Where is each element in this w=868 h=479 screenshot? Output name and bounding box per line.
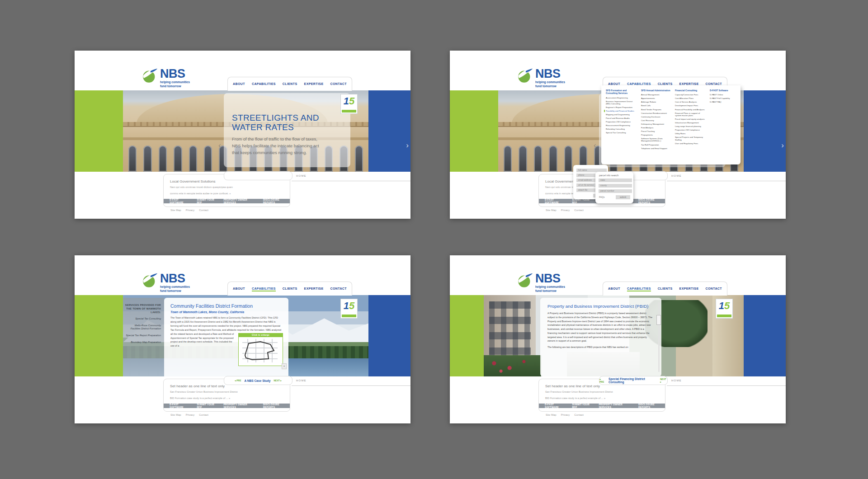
menu-item[interactable]: Mapping and Diagramming	[606, 113, 637, 116]
menu-item[interactable]: Proposition 218 Compliance	[606, 121, 637, 123]
footer-dfast-software[interactable]: D-FAST SOFTWARE	[170, 403, 191, 409]
menu-item[interactable]: Cost of Service Analyses	[675, 101, 707, 103]
menu-item[interactable]: Cost Recovery	[641, 119, 673, 122]
breadcrumb-home[interactable]: HOME	[667, 173, 786, 181]
nav-contact[interactable]: CONTACT	[330, 82, 347, 85]
footer-submit-rfp[interactable]: SUBMIT YOUR RFP	[572, 403, 593, 409]
menu-item[interactable]: Parcel Tracking	[641, 130, 673, 132]
nav-capabilities[interactable]: CAPABILITIES	[252, 287, 276, 291]
section-text-line[interactable]: commo eria in earupta testia audae re po…	[170, 192, 290, 196]
menu-item[interactable]: Assessment Engineering	[606, 97, 637, 99]
footer-dfast-software[interactable]: D-FAST SOFTWARE	[170, 198, 191, 204]
nav-contact[interactable]: CONTACT	[330, 287, 347, 291]
menu-item[interactable]: Software Systems (Data Management/GIS/et…	[641, 137, 673, 142]
nav-expertise[interactable]: EXPERTISE	[679, 287, 699, 291]
footer-dfast-software[interactable]: D-FAST SOFTWARE	[545, 198, 566, 204]
menu-item-highlighted[interactable]: Feasibility and Financial Studies	[604, 110, 637, 112]
link-site-map[interactable]: Site Map	[546, 413, 557, 416]
carousel-next-icon[interactable]: ›	[781, 141, 784, 150]
menu-item[interactable]: D-FAST Online	[710, 94, 737, 96]
faqs-link[interactable]: FAQs	[599, 196, 605, 198]
menu-item[interactable]: User and Regulatory Fees	[675, 142, 707, 145]
menu-item[interactable]: Annual Management	[641, 94, 673, 96]
sidebar-item[interactable]: Special Tax Consulting	[125, 317, 161, 321]
menu-item[interactable]: Engineer's Report Preparation	[606, 106, 637, 108]
link-privacy[interactable]: Privacy	[561, 413, 570, 416]
pagination-prev[interactable]: ◂ PRE	[235, 379, 241, 382]
nbs-logo[interactable]: NBS helping communitiesfund tomorrow	[142, 68, 190, 88]
menu-item[interactable]: Apportionments	[641, 97, 673, 99]
link-contact[interactable]: Contact	[574, 413, 584, 416]
footer-property-owner-services[interactable]: PROPERTY OWNER SERVICES	[223, 198, 257, 204]
menu-item[interactable]: Tax Roll Preparation	[641, 144, 673, 146]
footer-disclosure-reports[interactable]: DISCLOSURE REPORTS	[263, 198, 290, 204]
link-site-map[interactable]: Site Map	[546, 209, 557, 211]
footer-property-owner-services[interactable]: PROPERTY OWNER SERVICES	[223, 403, 257, 409]
carousel-prev-icon[interactable]: ‹	[594, 141, 596, 150]
nav-contact[interactable]: CONTACT	[705, 287, 722, 291]
footer-disclosure-reports[interactable]: DISCLOSURE REPORTS	[638, 198, 665, 204]
section-text-line[interactable]: San Francisco Greater Union Business Imp…	[545, 390, 665, 394]
nav-expertise[interactable]: EXPERTISE	[304, 82, 324, 85]
nav-about[interactable]: ABOUT	[233, 82, 245, 85]
footer-submit-rfp[interactable]: SUBMIT YOUR RFP	[197, 403, 218, 409]
nbs-logo[interactable]: NBS helping communitiesfund tomorrow	[517, 68, 565, 88]
menu-item[interactable]: Arbitrage Rebate	[641, 101, 673, 103]
section-text-line[interactable]: BID Formation case study is a perfect ex…	[545, 396, 665, 401]
nav-about[interactable]: ABOUT	[608, 287, 620, 291]
menu-item[interactable]: Delinquency Management	[641, 123, 673, 125]
footer-disclosure-reports[interactable]: DISCLOSURE REPORTS	[638, 403, 665, 409]
menu-item[interactable]: Parcel and Revenue Audits	[606, 117, 637, 119]
parcel-submit-button[interactable]: submit	[616, 195, 630, 199]
footer-submit-rfp[interactable]: SUBMIT YOUR RFP	[197, 198, 218, 204]
menu-item[interactable]: Cost Allocation Plans	[675, 97, 707, 99]
footer-property-owner-services[interactable]: PROPERTY OWNER SERVICES	[599, 403, 632, 409]
section-text-line[interactable]: San Francisco Greater Union Business Imp…	[170, 390, 290, 394]
footer-disclosure-reports[interactable]: DISCLOSURE REPORTS	[263, 403, 290, 409]
state-field[interactable]: state	[599, 178, 632, 182]
section-text-line[interactable]: BID Formation case study is a perfect ex…	[170, 396, 290, 401]
nav-clients[interactable]: CLIENTS	[658, 287, 673, 291]
breadcrumb-home[interactable]: HOME	[292, 173, 410, 181]
menu-item[interactable]: Infrastructure Management	[675, 122, 707, 124]
menu-item[interactable]: Construction Reimbursement	[641, 112, 673, 114]
nbs-logo[interactable]: NBS helping communitiesfund tomorrow	[142, 272, 190, 293]
menu-item[interactable]: Proposition 218 Compliance	[675, 129, 707, 131]
link-contact[interactable]: Contact	[574, 209, 584, 211]
menu-item[interactable]: Capacity/Connection Fees	[675, 94, 707, 96]
menu-item[interactable]: Reassessment Engineering	[606, 124, 637, 127]
county-field[interactable]: county	[599, 184, 632, 188]
menu-item[interactable]: Telephone and Email Support	[641, 147, 673, 150]
panel-scrollbar-thumb[interactable]	[656, 315, 661, 325]
menu-item[interactable]: Bond Calls	[641, 104, 673, 107]
district-map-thumbnail[interactable]: Click to enlarge	[238, 333, 283, 366]
sidebar-item[interactable]: Mello-Roos Community Facilities District…	[125, 324, 161, 331]
nav-capabilities[interactable]: CAPABILITIES	[252, 82, 276, 85]
menu-item[interactable]: D-FAST FAQ	[710, 101, 737, 103]
nbs-logo[interactable]: NBS helping communitiesfund tomorrow	[517, 272, 565, 293]
menu-item[interactable]: Continuing Disclosure	[641, 116, 673, 118]
sidebar-item[interactable]: Boundary Map Preparation	[125, 341, 161, 344]
breadcrumb-home[interactable]: HOME	[292, 377, 410, 386]
menu-item[interactable]: D-FAST Full Capability	[710, 97, 737, 99]
menu-item[interactable]: Prepayments	[641, 134, 673, 136]
pagination-next[interactable]: NEXT ▸	[274, 379, 281, 382]
menu-item[interactable]: Special Projects and Temporary Staffing	[675, 136, 707, 141]
link-site-map[interactable]: Site Map	[170, 209, 181, 211]
click-to-enlarge-label[interactable]: Click to enlarge	[239, 333, 283, 337]
menu-item[interactable]: Special Tax Consulting	[606, 131, 637, 134]
link-privacy[interactable]: Privacy	[561, 209, 570, 211]
nav-about[interactable]: ABOUT	[233, 287, 245, 291]
nav-clients[interactable]: CLIENTS	[283, 82, 297, 85]
link-privacy[interactable]: Privacy	[186, 413, 195, 416]
menu-item[interactable]: Development Impact Fees	[675, 104, 707, 107]
menu-item[interactable]: Business Improvement District (BID) Cons…	[606, 100, 637, 105]
menu-item[interactable]: Long-range financial planning	[675, 125, 707, 127]
pagination-next[interactable]: NEXT ▸	[660, 378, 667, 383]
menu-item[interactable]: Financial Plans in support of system mas…	[675, 112, 707, 117]
scroll-down-icon[interactable]: ▾	[282, 363, 287, 369]
menu-item[interactable]: Financial Feasibility and Analyses	[675, 108, 707, 111]
nav-expertise[interactable]: EXPERTISE	[304, 287, 324, 291]
pagination-prev[interactable]: ◂ PRE	[599, 378, 605, 383]
breadcrumb-home[interactable]: HOME	[667, 377, 786, 386]
